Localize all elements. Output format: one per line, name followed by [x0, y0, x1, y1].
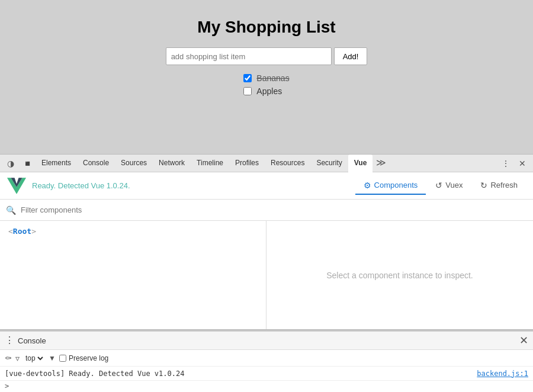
console-close-button[interactable]: ✕	[519, 334, 528, 347]
preserve-log-row: Preserve log	[59, 354, 108, 362]
vuex-tab-label: Vuex	[445, 181, 463, 189]
root-component-item[interactable]: <Root>	[8, 227, 258, 236]
console-block-icon[interactable]: ⚰	[5, 354, 12, 363]
console-controls: ⚰ ▿ top ▼ Preserve log	[0, 349, 533, 366]
apples-label: Apples	[256, 86, 282, 96]
vue-status-text: Ready. Detected Vue 1.0.24.	[32, 181, 355, 190]
bananas-checkbox[interactable]	[243, 74, 252, 82]
refresh-tab-label: Refresh	[490, 181, 518, 189]
bananas-label: Bananas	[256, 73, 289, 83]
list-item: Apples	[243, 86, 282, 96]
shopping-input-row: Add!	[166, 47, 368, 65]
devtools-menu-button[interactable]: ⋮	[497, 155, 514, 172]
device-icon-button[interactable]: ◾	[19, 155, 36, 172]
apples-checkbox[interactable]	[243, 87, 252, 95]
vuex-icon: ↺	[435, 181, 442, 190]
console-prompt-symbol: >	[5, 382, 9, 390]
shopping-input[interactable]	[166, 47, 332, 65]
console-dropdown-arrow: ▼	[49, 354, 56, 362]
devtools-close-button[interactable]: ✕	[514, 155, 531, 172]
console-prompt: >	[0, 380, 533, 392]
vue-refresh-tab[interactable]: ↻ Refresh	[472, 177, 526, 195]
close-bracket: >	[31, 227, 36, 236]
tab-vue[interactable]: Vue	[348, 155, 373, 172]
list-item: Bananas	[243, 73, 289, 83]
console-section: ⋮ Console ✕ ⚰ ▿ top ▼ Preserve log [vue-…	[0, 329, 533, 392]
preserve-log-label: Preserve log	[69, 354, 108, 362]
filter-components-input[interactable]	[21, 205, 527, 214]
console-context-select[interactable]: top	[23, 354, 45, 363]
tab-network[interactable]: Network	[153, 155, 191, 172]
open-bracket: <	[8, 227, 13, 236]
component-tree: <Root>	[0, 221, 266, 329]
vue-vuex-tab[interactable]: ↺ Vuex	[427, 177, 471, 195]
components-panel: <Root> Select a component instance to in…	[0, 221, 533, 329]
console-bar: ⋮ Console ✕	[0, 330, 533, 349]
tab-elements[interactable]: Elements	[36, 155, 77, 172]
preserve-log-checkbox[interactable]	[59, 355, 66, 362]
console-log-message: [vue-devtools] Ready. Detected Vue v1.0.…	[5, 369, 184, 378]
vue-toolbar: Ready. Detected Vue 1.0.24. ⚙ Components…	[0, 172, 533, 200]
shopping-list: Bananas Apples	[243, 73, 289, 96]
inspect-icon-button[interactable]: ◑	[2, 155, 19, 172]
tab-sources[interactable]: Sources	[115, 155, 153, 172]
more-tabs-button[interactable]: ≫	[373, 155, 390, 172]
components-tab-label: Components	[374, 181, 418, 189]
components-icon: ⚙	[364, 181, 371, 190]
app-title: My Shopping List	[197, 18, 335, 37]
tab-security[interactable]: Security	[310, 155, 348, 172]
tab-profiles[interactable]: Profiles	[229, 155, 265, 172]
vue-components-tab[interactable]: ⚙ Components	[355, 177, 426, 195]
component-detail-panel: Select a component instance to inspect.	[266, 221, 533, 329]
console-filter-icon[interactable]: ▿	[15, 354, 20, 363]
vue-sub-tabs: ⚙ Components ↺ Vuex ↻ Refresh	[355, 177, 526, 195]
search-icon: 🔍	[6, 205, 16, 215]
add-button[interactable]: Add!	[334, 47, 368, 65]
devtools-tab-bar: ◑ ◾ Elements Console Sources Network Tim…	[0, 155, 533, 172]
console-source-link[interactable]: backend.js:1	[477, 369, 528, 378]
filter-row: 🔍	[0, 200, 533, 221]
console-tab-label: Console	[18, 336, 46, 345]
root-tag-name: Root	[13, 227, 31, 236]
tab-resources[interactable]: Resources	[265, 155, 310, 172]
app-area: My Shopping List Add! Bananas Apples	[0, 0, 533, 154]
console-dots-button[interactable]: ⋮	[5, 336, 14, 345]
component-detail-placeholder: Select a component instance to inspect.	[326, 271, 473, 280]
vue-logo-icon	[7, 176, 26, 195]
console-output: [vue-devtools] Ready. Detected Vue v1.0.…	[0, 366, 533, 380]
refresh-icon: ↻	[480, 181, 487, 190]
tab-timeline[interactable]: Timeline	[191, 155, 229, 172]
devtools-panel: ◑ ◾ Elements Console Sources Network Tim…	[0, 154, 533, 329]
tab-console[interactable]: Console	[77, 155, 115, 172]
